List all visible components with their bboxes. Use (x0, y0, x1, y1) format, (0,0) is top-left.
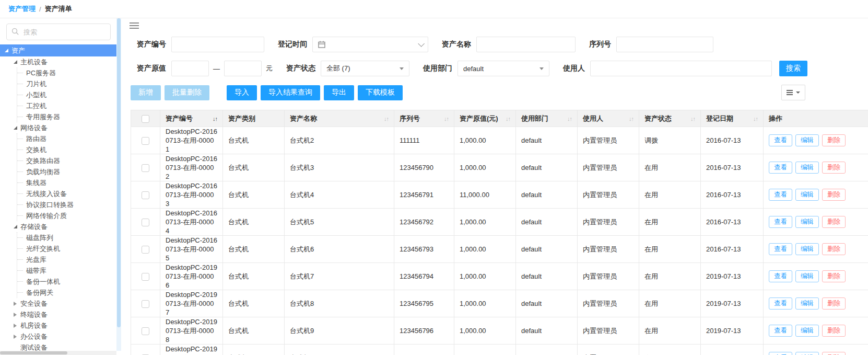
row-checkbox[interactable] (142, 300, 149, 308)
delete-button[interactable]: 删除 (822, 325, 846, 337)
edit-button[interactable]: 编辑 (795, 216, 819, 228)
collapsed-icon[interactable] (14, 324, 17, 328)
edit-button[interactable]: 编辑 (795, 134, 819, 146)
edit-button[interactable]: 编辑 (795, 325, 819, 337)
tree-leaf[interactable]: 交换路由器 (17, 155, 121, 166)
tree-group-host-devices[interactable]: 主机设备 (0, 56, 121, 67)
view-button[interactable]: 查看 (769, 270, 792, 282)
add-button[interactable]: 新增 (131, 85, 161, 100)
value-min-input[interactable] (171, 61, 209, 76)
delete-button[interactable]: 删除 (822, 134, 846, 146)
col-serial-no[interactable]: 序列号 (394, 110, 454, 127)
dept-select[interactable]: default (458, 61, 549, 76)
tree-leaf[interactable]: 磁带库 (17, 265, 121, 276)
tree-leaf[interactable]: 路由器 (17, 133, 121, 144)
scrollbar-thumb[interactable] (117, 18, 121, 327)
col-use-dept[interactable]: 使用部门 (516, 110, 578, 127)
col-user[interactable]: 使用人 (578, 110, 639, 127)
delete-button[interactable]: 删除 (822, 352, 846, 355)
tree-leaf[interactable]: 备份一体机 (17, 276, 121, 287)
status-select[interactable]: 全部 (7) (321, 61, 409, 76)
row-checkbox[interactable] (142, 191, 149, 199)
delete-button[interactable]: 删除 (822, 297, 846, 310)
view-button[interactable]: 查看 (769, 162, 792, 174)
tree-leaf[interactable]: 集线器 (17, 177, 121, 188)
tree-leaf[interactable]: 协议接口转换器 (17, 199, 121, 210)
view-button[interactable]: 查看 (769, 134, 792, 146)
tree-root-asset[interactable]: 资产 (0, 44, 121, 56)
collapsed-icon[interactable] (14, 335, 17, 339)
col-asset-no[interactable]: 资产编号 (160, 110, 223, 127)
export-button[interactable]: 导出 (324, 85, 354, 100)
tree-leaf[interactable]: 专用服务器 (17, 111, 121, 122)
collapsed-icon[interactable] (14, 313, 17, 317)
tree-leaf[interactable]: 备份网关 (17, 287, 121, 298)
row-checkbox[interactable] (142, 137, 149, 145)
tree-leaf[interactable]: 网络传输介质 (17, 210, 121, 221)
tree-group-machine-room-devices[interactable]: 机房设备 (0, 320, 121, 331)
tree-leaf[interactable]: 工控机 (17, 100, 121, 111)
batch-delete-button[interactable]: 批量删除 (165, 85, 209, 100)
tree-leaf[interactable]: 磁盘阵列 (17, 232, 121, 243)
download-template-button[interactable]: 下载模板 (358, 85, 403, 100)
col-register-date[interactable]: 登记日期 (701, 110, 764, 127)
tree-group-office-devices[interactable]: 办公设备 (0, 331, 121, 342)
sidebar-search-input[interactable] (6, 24, 111, 40)
delete-button[interactable]: 删除 (822, 216, 846, 228)
expand-icon[interactable] (14, 126, 17, 130)
select-all-checkbox[interactable] (142, 115, 149, 123)
view-button[interactable]: 查看 (769, 297, 792, 310)
breadcrumb-home-link[interactable]: 资产管理 (8, 4, 36, 14)
edit-button[interactable]: 编辑 (795, 189, 819, 201)
tree-leaf[interactable]: 光盘库 (17, 254, 121, 265)
sidebar-horizontal-scrollbar[interactable] (0, 351, 116, 355)
row-checkbox[interactable] (142, 164, 149, 172)
view-button[interactable]: 查看 (769, 352, 792, 355)
tree-leaf[interactable]: 光纤交换机 (17, 243, 121, 254)
col-original-value[interactable]: 资产原值(元) (454, 110, 516, 127)
edit-button[interactable]: 编辑 (795, 162, 819, 174)
delete-button[interactable]: 删除 (822, 243, 846, 255)
tree-group-security-devices[interactable]: 安全设备 (0, 298, 121, 309)
tree-leaf[interactable]: 刀片机 (17, 78, 121, 89)
delete-button[interactable]: 删除 (822, 270, 846, 282)
collapsed-icon[interactable] (14, 302, 17, 306)
user-input[interactable] (590, 61, 772, 76)
value-max-input[interactable] (224, 61, 262, 76)
sidebar-vertical-scrollbar[interactable] (116, 18, 121, 351)
col-asset-status[interactable]: 资产状态 (639, 110, 701, 127)
scrollbar-thumb[interactable] (0, 351, 67, 354)
search-button[interactable]: 搜索 (779, 61, 807, 76)
tree-leaf[interactable]: 交换机 (17, 144, 121, 155)
row-checkbox[interactable] (142, 327, 149, 335)
import-button[interactable]: 导入 (227, 85, 257, 100)
edit-button[interactable]: 编辑 (795, 243, 819, 255)
delete-button[interactable]: 删除 (822, 189, 846, 201)
edit-button[interactable]: 编辑 (795, 352, 819, 355)
view-button[interactable]: 查看 (769, 189, 792, 201)
expand-icon[interactable] (14, 225, 17, 228)
edit-button[interactable]: 编辑 (795, 270, 819, 282)
row-checkbox[interactable] (142, 219, 149, 226)
register-time-input[interactable] (312, 37, 428, 52)
view-toggle-button[interactable] (781, 85, 805, 100)
serial-no-input[interactable] (616, 37, 713, 52)
tree-leaf[interactable]: PC服务器 (17, 67, 121, 78)
import-result-button[interactable]: 导入结果查询 (261, 85, 320, 100)
tree-leaf[interactable]: 无线接入设备 (17, 188, 121, 199)
edit-button[interactable]: 编辑 (795, 297, 819, 310)
row-checkbox[interactable] (142, 273, 149, 281)
tree-leaf[interactable]: 小型机 (17, 89, 121, 100)
col-asset-name[interactable]: 资产名称 (285, 110, 394, 127)
view-button[interactable]: 查看 (769, 216, 792, 228)
asset-name-input[interactable] (476, 37, 576, 52)
tree-leaf[interactable]: 负载均衡器 (17, 166, 121, 177)
collapse-sidebar-icon[interactable] (130, 21, 140, 31)
tree-group-storage-devices[interactable]: 存储设备 (0, 221, 121, 232)
tree-group-network-devices[interactable]: 网络设备 (0, 122, 121, 133)
row-checkbox[interactable] (142, 246, 149, 254)
expand-icon[interactable] (14, 60, 17, 64)
asset-no-input[interactable] (171, 37, 264, 52)
view-button[interactable]: 查看 (769, 243, 792, 255)
tree-group-terminal-devices[interactable]: 终端设备 (0, 309, 121, 320)
